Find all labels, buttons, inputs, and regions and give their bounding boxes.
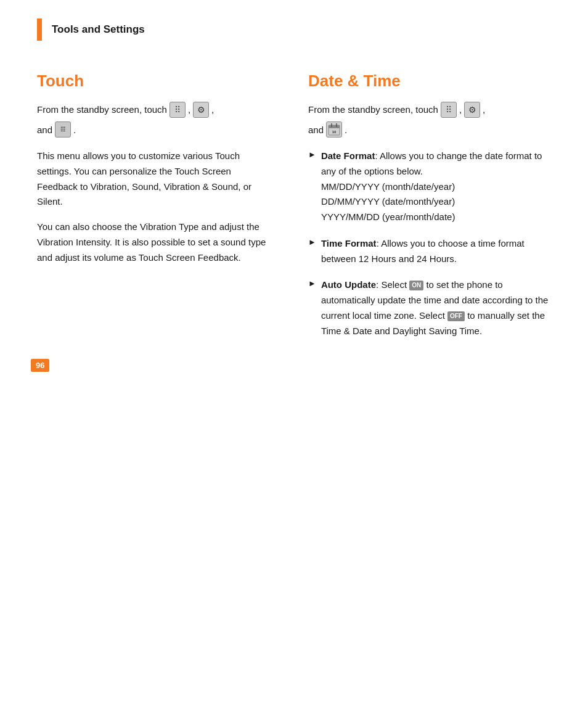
touch-heading: Touch — [37, 72, 271, 91]
touch-standby-line: From the standby screen, touch , , — [37, 102, 271, 118]
svg-text:10: 10 — [332, 130, 337, 134]
auto-update-term: Auto Update — [321, 279, 376, 290]
date-time-bullets: ► Date Format: Allows you to change the … — [308, 149, 551, 339]
date-standby-line: From the standby screen, touch , , — [308, 102, 551, 118]
bullet-auto-update: ► Auto Update: Select ON to set the phon… — [308, 277, 551, 339]
settings-icon — [193, 102, 209, 118]
date-format-text: Date Format: Allows you to change the da… — [321, 149, 551, 225]
content-columns: Touch From the standby screen, touch , ,… — [37, 72, 551, 350]
off-icon: OFF — [447, 311, 465, 321]
touch-standby-prefix: From the standby screen, touch — [37, 102, 167, 117]
time-format-term: Time Format — [321, 238, 377, 248]
touch-paragraph-2: You can also choose the Vibration Type a… — [37, 220, 271, 265]
calendar-icon: 10 — [326, 121, 342, 138]
grid-icon — [169, 102, 186, 118]
date-format-term: Date Format — [321, 150, 375, 161]
bullet-arrow-1: ► — [308, 150, 316, 159]
date-standby-prefix: From the standby screen, touch — [308, 102, 438, 117]
on-icon: ON — [409, 281, 423, 290]
header-accent — [37, 18, 42, 41]
header-bar: Tools and Settings — [37, 18, 551, 41]
date-standby-and: and — [308, 125, 324, 135]
touch-icon: ☷ — [55, 121, 71, 138]
date-standby-line2: and 10 . — [308, 121, 551, 138]
page-number: 96 — [31, 359, 49, 372]
bullet-arrow-3: ► — [308, 279, 316, 288]
bullet-arrow-2: ► — [308, 237, 316, 247]
bullet-time-format: ► Time Format: Allows you to choose a ti… — [308, 236, 551, 267]
touch-paragraph-1: This menu allows you to customize variou… — [37, 149, 271, 210]
column-right: Date & Time From the standby screen, tou… — [308, 72, 551, 350]
header-title: Tools and Settings — [52, 23, 145, 36]
date-time-heading: Date & Time — [308, 72, 551, 91]
grid-icon-2 — [441, 102, 457, 118]
settings-icon-2 — [464, 102, 480, 118]
time-format-text: Time Format: Allows you to choose a time… — [321, 236, 551, 267]
calendar-svg: 10 — [327, 123, 341, 136]
touch-standby-line2: and ☷ . — [37, 121, 271, 138]
svg-rect-1 — [329, 125, 340, 128]
auto-update-text: Auto Update: Select ON to set the phone … — [321, 277, 551, 339]
touch-standby-and: and — [37, 125, 52, 135]
bullet-date-format: ► Date Format: Allows you to change the … — [308, 149, 551, 225]
column-left: Touch From the standby screen, touch , ,… — [37, 72, 271, 350]
